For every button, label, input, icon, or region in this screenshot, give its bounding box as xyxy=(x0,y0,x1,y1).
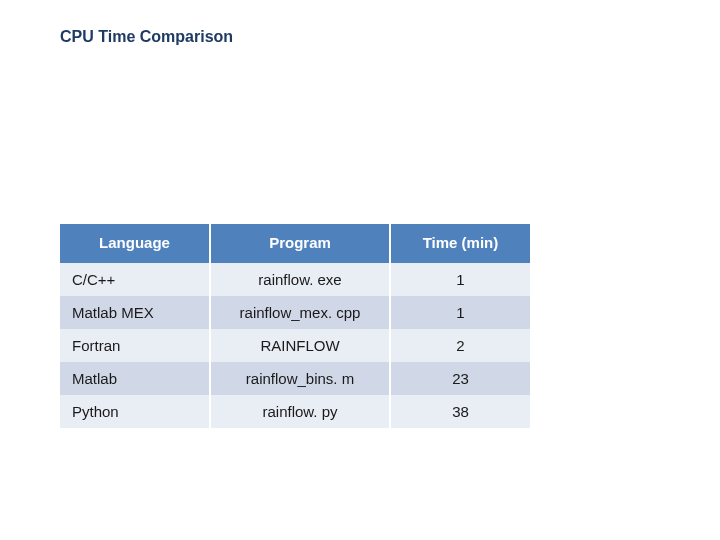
col-header-time: Time (min) xyxy=(390,224,530,263)
cpu-time-table: Language Program Time (min) C/C++ rainfl… xyxy=(60,224,530,428)
table-row: Matlab MEX rainflow_mex. cpp 1 xyxy=(60,296,530,329)
cell-program: rainflow. exe xyxy=(210,263,390,296)
col-header-program: Program xyxy=(210,224,390,263)
cell-language: Python xyxy=(60,395,210,428)
cell-language: Matlab xyxy=(60,362,210,395)
table-row: C/C++ rainflow. exe 1 xyxy=(60,263,530,296)
col-header-language: Language xyxy=(60,224,210,263)
cell-language: C/C++ xyxy=(60,263,210,296)
table-row: Fortran RAINFLOW 2 xyxy=(60,329,530,362)
cell-language: Fortran xyxy=(60,329,210,362)
cell-time: 2 xyxy=(390,329,530,362)
page-title: CPU Time Comparison xyxy=(60,28,233,46)
table-header: Language Program Time (min) xyxy=(60,224,530,263)
table-row: Python rainflow. py 38 xyxy=(60,395,530,428)
table-row: Matlab rainflow_bins. m 23 xyxy=(60,362,530,395)
cell-time: 1 xyxy=(390,296,530,329)
table-header-row: Language Program Time (min) xyxy=(60,224,530,263)
cell-program: rainflow_bins. m xyxy=(210,362,390,395)
cell-time: 38 xyxy=(390,395,530,428)
cell-program: rainflow. py xyxy=(210,395,390,428)
cell-program: rainflow_mex. cpp xyxy=(210,296,390,329)
cell-time: 1 xyxy=(390,263,530,296)
table-body: C/C++ rainflow. exe 1 Matlab MEX rainflo… xyxy=(60,263,530,428)
cell-program: RAINFLOW xyxy=(210,329,390,362)
cell-time: 23 xyxy=(390,362,530,395)
page: CPU Time Comparison Language Program Tim… xyxy=(0,0,720,540)
cell-language: Matlab MEX xyxy=(60,296,210,329)
